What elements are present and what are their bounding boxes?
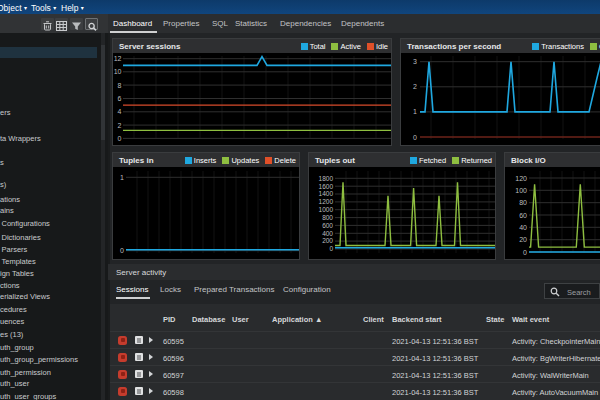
svg-text:1200: 1200 (319, 198, 334, 205)
svg-text:200: 200 (322, 237, 333, 244)
svg-text:1600: 1600 (319, 183, 334, 190)
svg-text:8: 8 (118, 82, 122, 89)
svg-text:400: 400 (322, 230, 333, 237)
svg-text:0: 0 (413, 134, 417, 141)
svg-text:3: 3 (413, 58, 417, 65)
svg-text:10: 10 (114, 68, 122, 75)
svg-text:12: 12 (114, 55, 122, 62)
svg-text:800: 800 (322, 214, 333, 221)
svg-text:40: 40 (519, 224, 527, 231)
svg-text:0: 0 (120, 247, 124, 254)
svg-text:60: 60 (519, 212, 527, 219)
svg-text:1: 1 (413, 108, 417, 115)
svg-text:0: 0 (118, 135, 122, 142)
svg-text:120: 120 (515, 175, 527, 182)
svg-text:6: 6 (118, 95, 122, 102)
svg-text:1: 1 (120, 174, 124, 181)
svg-text:100: 100 (515, 187, 527, 194)
svg-text:2: 2 (413, 83, 417, 90)
svg-text:80: 80 (519, 199, 527, 206)
svg-text:0: 0 (523, 249, 527, 256)
svg-text:0: 0 (329, 245, 333, 252)
svg-text:1800: 1800 (319, 175, 334, 182)
svg-text:4: 4 (118, 108, 122, 115)
svg-text:2: 2 (118, 122, 122, 129)
svg-text:20: 20 (519, 236, 527, 243)
svg-text:600: 600 (322, 222, 333, 229)
svg-text:1000: 1000 (319, 206, 334, 213)
svg-text:1400: 1400 (319, 190, 334, 197)
